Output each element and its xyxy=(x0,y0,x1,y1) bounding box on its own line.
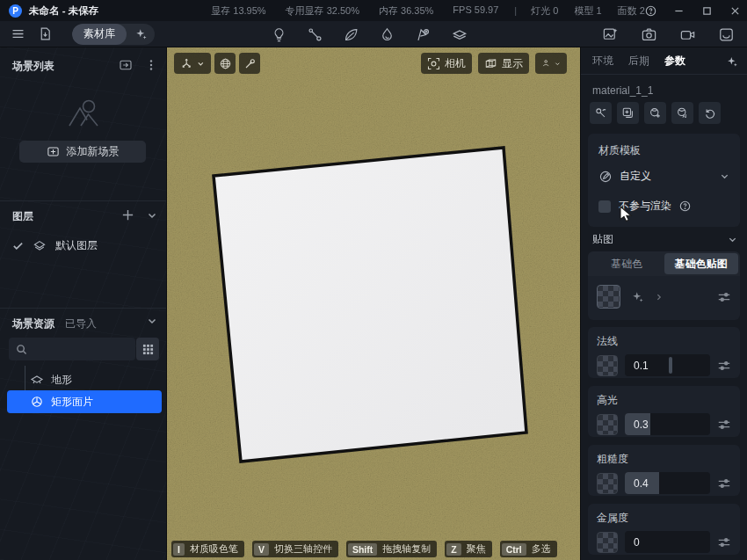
param-value: 0.4 xyxy=(634,477,649,490)
kebab-menu-icon[interactable] xyxy=(145,59,157,71)
reset-icon[interactable] xyxy=(699,102,721,124)
resources-actions xyxy=(147,316,157,326)
resource-search[interactable] xyxy=(9,338,135,360)
map-tabs: 基础色 基础色贴图 xyxy=(588,251,740,276)
add-scene-icon[interactable] xyxy=(119,58,133,72)
lightbulb-icon[interactable] xyxy=(271,26,287,43)
help-icon[interactable] xyxy=(645,4,657,17)
param-normal: 法线 0.1 xyxy=(588,327,740,378)
grid-icon[interactable] xyxy=(136,338,159,360)
flag-plus-icon[interactable] xyxy=(415,26,432,43)
main-toolbar: 素材库 xyxy=(0,21,747,47)
param-value: 0 xyxy=(634,536,640,549)
view-mode-dropdown[interactable] xyxy=(535,53,567,74)
tab-postprocess[interactable]: 后期 xyxy=(628,54,649,69)
texture-thumbnail[interactable] xyxy=(597,414,618,435)
tab-base-color[interactable]: 基础色 xyxy=(590,253,664,274)
link-icon[interactable] xyxy=(307,26,323,43)
maximize-icon[interactable] xyxy=(701,4,714,17)
material-template-card: 材质模板 自定义 不参与渲染 xyxy=(588,134,740,227)
sparkle-icon[interactable] xyxy=(631,290,644,303)
add-scene-plus-icon xyxy=(47,145,60,158)
help-circle-icon[interactable] xyxy=(679,200,691,212)
plus-icon[interactable] xyxy=(121,208,134,222)
texture-thumbnail[interactable] xyxy=(597,473,618,494)
texture-thumbnail[interactable] xyxy=(597,532,618,553)
pen-circle-icon xyxy=(598,170,613,184)
layer-icon xyxy=(33,238,47,252)
texture-thumbnail[interactable] xyxy=(597,355,618,376)
camera-frame-icon xyxy=(427,57,440,70)
render-toggle-checkbox[interactable] xyxy=(598,200,611,213)
resources-status: 已导入 xyxy=(65,316,97,331)
flame-icon[interactable] xyxy=(379,26,395,43)
chevron-down-icon[interactable] xyxy=(728,235,737,244)
template-dropdown[interactable]: 自定义 xyxy=(598,169,729,184)
sliders-icon[interactable] xyxy=(717,418,731,432)
hint-label: 聚焦 xyxy=(467,542,486,556)
toolbar-left: 素材库 xyxy=(0,24,155,45)
resource-item-rect-plane[interactable]: 矩形面片 xyxy=(7,390,162,413)
layer-row-default[interactable]: 默认图层 xyxy=(12,236,98,255)
duplicate-add-icon[interactable] xyxy=(617,102,639,124)
sliders-icon[interactable] xyxy=(717,535,731,549)
search-input[interactable] xyxy=(33,343,120,355)
display-button[interactable]: 显示 xyxy=(478,53,529,74)
stack-icon[interactable] xyxy=(451,25,468,43)
viewport-tools-left xyxy=(174,53,260,74)
specular-slider[interactable]: 0.3 xyxy=(625,413,710,435)
metallic-slider[interactable]: 0 xyxy=(625,531,710,553)
sliders-icon[interactable] xyxy=(717,476,731,491)
terrain-icon xyxy=(30,373,44,387)
menu-icon[interactable] xyxy=(11,26,25,41)
titlebar: P 未命名 - 未保存 显存 13.95% 专用显存 32.50% 内存 36.… xyxy=(0,0,747,21)
image-sparkle-icon[interactable] xyxy=(602,26,619,43)
display-button-label: 显示 xyxy=(502,56,523,71)
gizmo-mode-dropdown[interactable] xyxy=(174,53,211,74)
resources-title: 场景资源 xyxy=(12,316,54,331)
sliders-icon[interactable] xyxy=(717,290,731,304)
divider xyxy=(581,74,747,75)
tab-parameters[interactable]: 参数 xyxy=(664,54,685,69)
template-label: 材质模板 xyxy=(598,143,729,158)
minimize-icon[interactable] xyxy=(673,4,685,17)
sliders-icon[interactable] xyxy=(717,359,731,373)
file-import-icon[interactable] xyxy=(38,26,53,41)
tab-environment[interactable]: 环境 xyxy=(592,54,613,69)
texture-thumbnail[interactable] xyxy=(597,285,620,309)
inbox-icon[interactable] xyxy=(718,26,735,43)
ai-sparkle-icon[interactable] xyxy=(127,24,155,45)
divider xyxy=(0,308,166,309)
globe-button[interactable] xyxy=(214,53,236,74)
slider-handle[interactable] xyxy=(669,357,672,374)
tab-base-color-map[interactable]: 基础色贴图 xyxy=(664,253,739,274)
param-value: 0.1 xyxy=(634,360,649,372)
hint-label: 拖拽轴复制 xyxy=(382,542,431,556)
close-icon[interactable] xyxy=(729,4,742,17)
hint-label: 多选 xyxy=(532,542,551,556)
app-logo-icon: P xyxy=(9,4,22,18)
add-scene-button[interactable]: 添加新场景 xyxy=(19,141,146,163)
resource-label: 地形 xyxy=(51,373,72,388)
library-button[interactable]: 素材库 xyxy=(72,24,127,45)
sparkle-icon[interactable] xyxy=(726,55,738,68)
photo-camera-icon[interactable] xyxy=(641,26,657,43)
render-toggle-row: 不参与渲染 xyxy=(598,199,729,214)
sphere-ai-icon[interactable]: AI xyxy=(671,102,693,124)
roughness-slider[interactable]: 0.4 xyxy=(625,472,710,494)
leaf-icon[interactable] xyxy=(343,26,359,43)
normal-slider[interactable]: 0.1 xyxy=(625,354,710,376)
camera-button[interactable]: 相机 xyxy=(421,53,472,74)
video-camera-icon[interactable] xyxy=(679,26,696,43)
resource-item-terrain[interactable]: 地形 xyxy=(7,369,162,390)
chevron-down-icon[interactable] xyxy=(147,210,157,221)
chevron-right-icon[interactable] xyxy=(655,293,664,302)
camera-button-label: 相机 xyxy=(445,56,466,71)
viewport-3d[interactable]: 相机 显示 I材质吸色笔 V切换三轴控件 Shift拖拽轴复制 Z聚焦 Ctrl… xyxy=(167,47,580,560)
material-picker-icon[interactable] xyxy=(590,102,612,124)
chevron-down-icon[interactable] xyxy=(147,316,157,326)
eyedropper-button[interactable] xyxy=(239,53,260,74)
hint-key: Z xyxy=(446,543,461,556)
material-name: material_1_1 xyxy=(592,84,653,97)
sphere-add-icon[interactable] xyxy=(644,102,666,124)
